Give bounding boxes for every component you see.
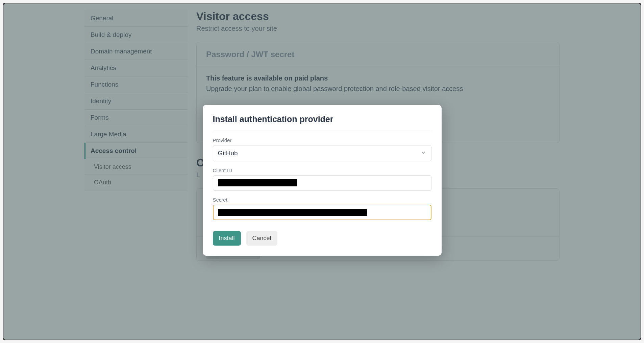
secret-label: Secret [213,197,431,203]
install-auth-provider-modal: Install authentication provider Provider… [203,105,442,256]
secret-input[interactable] [213,205,431,220]
cancel-button[interactable]: Cancel [246,231,277,246]
secret-redacted-value [218,209,367,216]
modal-overlay[interactable]: Install authentication provider Provider… [3,3,641,340]
install-button[interactable]: Install [213,231,241,246]
client-id-input[interactable] [213,175,431,191]
provider-select-value: GitHub [218,150,238,157]
provider-label: Provider [213,137,431,143]
chevron-down-icon [420,150,426,157]
provider-select[interactable]: GitHub [213,145,431,161]
client-id-label: Client ID [213,167,431,173]
client-id-redacted-value [218,179,297,186]
modal-title: Install authentication provider [213,114,431,131]
